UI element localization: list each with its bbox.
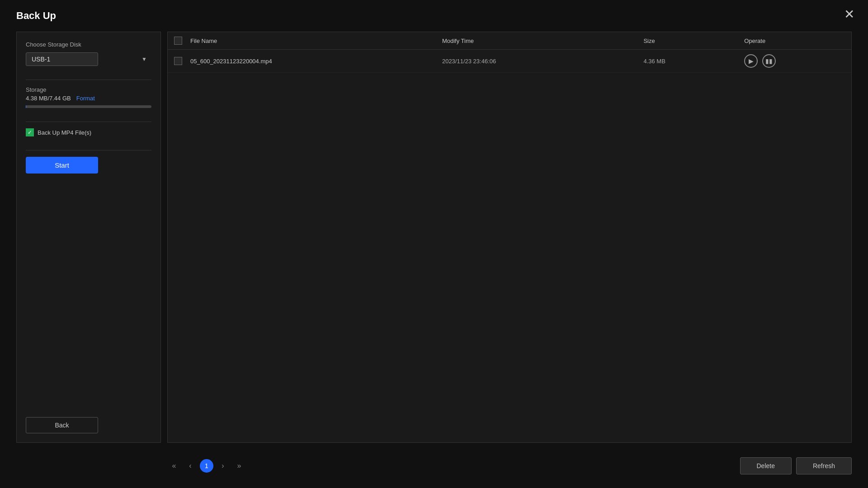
header-filename: File Name — [190, 38, 442, 44]
row-filename: 05_600_20231123220004.mp4 — [190, 58, 442, 65]
disk-select-wrapper: USB-1 USB-2 ▼ — [26, 52, 151, 66]
backup-checkbox-label: Back Up MP4 File(s) — [38, 129, 91, 136]
row-checkbox-col — [174, 57, 190, 65]
table-row: 05_600_20231123220004.mp4 2023/11/23 23:… — [168, 50, 851, 73]
refresh-button[interactable]: Refresh — [796, 457, 852, 474]
play-button[interactable]: ▶ — [744, 54, 758, 68]
storage-info: 4.38 MB/7.44 GB Format — [26, 95, 151, 102]
current-page: 1 — [200, 459, 213, 473]
prev-page-button[interactable]: ‹ — [184, 459, 197, 473]
header-operate: Operate — [744, 38, 845, 44]
first-page-button[interactable]: « — [167, 459, 181, 473]
page-title: Back Up — [16, 10, 56, 22]
divider-2 — [26, 122, 151, 122]
checkmark-icon: ✓ — [28, 130, 32, 135]
back-button[interactable]: Back — [26, 417, 98, 433]
disk-select[interactable]: USB-1 USB-2 — [26, 52, 98, 66]
left-panel: Choose Storage Disk USB-1 USB-2 ▼ Storag… — [16, 32, 161, 443]
chevron-down-icon: ▼ — [142, 56, 147, 62]
row-checkbox[interactable] — [174, 57, 182, 65]
backup-checkbox-row[interactable]: ✓ Back Up MP4 File(s) — [26, 128, 151, 136]
file-list-header: File Name Modify Time Size Operate — [168, 32, 851, 50]
choose-disk-label: Choose Storage Disk — [26, 41, 151, 48]
row-operate: ▶ ▮▮ — [744, 54, 845, 68]
format-link[interactable]: Format — [76, 95, 95, 102]
next-page-button[interactable]: › — [216, 459, 230, 473]
storage-label: Storage — [26, 86, 151, 93]
select-all-checkbox[interactable] — [174, 37, 182, 45]
row-modtime: 2023/11/23 23:46:06 — [442, 58, 644, 65]
file-list-body: 05_600_20231123220004.mp4 2023/11/23 23:… — [168, 50, 851, 442]
row-size: 4.36 MB — [643, 58, 744, 65]
backup-checkbox[interactable]: ✓ — [26, 128, 34, 136]
storage-numbers: 4.38 MB/7.44 GB — [26, 95, 71, 102]
start-button[interactable]: Start — [26, 157, 98, 174]
close-button[interactable]: ✕ — [844, 8, 854, 21]
action-buttons: Delete Refresh — [740, 457, 852, 474]
delete-button[interactable]: Delete — [740, 457, 792, 474]
last-page-button[interactable]: » — [232, 459, 246, 473]
pagination: « ‹ 1 › » — [167, 459, 246, 473]
divider-3 — [26, 150, 151, 150]
right-panel: File Name Modify Time Size Operate 05_60… — [167, 32, 852, 443]
bottom-bar: « ‹ 1 › » Delete Refresh — [167, 457, 852, 474]
header-size: Size — [643, 38, 744, 44]
header-checkbox-col — [174, 37, 190, 45]
header-modtime: Modify Time — [442, 38, 644, 44]
divider-1 — [26, 80, 151, 80]
pause-button[interactable]: ▮▮ — [762, 54, 776, 68]
storage-bar-background — [26, 105, 151, 108]
